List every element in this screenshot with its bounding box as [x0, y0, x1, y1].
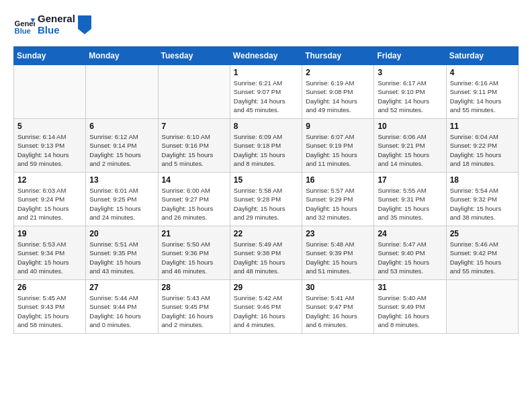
weekday-header-row: SundayMondayTuesdayWednesdayThursdayFrid… — [14, 47, 519, 65]
day-info: Sunrise: 6:03 AM Sunset: 9:24 PM Dayligh… — [17, 186, 82, 222]
day-number: 15 — [234, 175, 298, 185]
svg-text:Blue: Blue — [15, 26, 31, 34]
day-info: Sunrise: 5:42 AM Sunset: 9:46 PM Dayligh… — [234, 293, 298, 329]
day-info: Sunrise: 6:19 AM Sunset: 9:08 PM Dayligh… — [306, 79, 370, 114]
day-number: 12 — [17, 175, 82, 185]
calendar-cell — [14, 65, 86, 119]
day-info: Sunrise: 6:10 AM Sunset: 9:16 PM Dayligh… — [162, 132, 226, 168]
day-info: Sunrise: 6:04 AM Sunset: 9:22 PM Dayligh… — [450, 132, 515, 168]
day-info: Sunrise: 6:06 AM Sunset: 9:21 PM Dayligh… — [378, 132, 442, 168]
calendar-cell: 29Sunrise: 5:42 AM Sunset: 9:46 PM Dayli… — [230, 280, 302, 334]
day-info: Sunrise: 5:57 AM Sunset: 9:29 PM Dayligh… — [306, 186, 370, 222]
day-info: Sunrise: 5:50 AM Sunset: 9:36 PM Dayligh… — [162, 240, 226, 275]
day-number: 21 — [162, 229, 226, 238]
day-number: 26 — [17, 283, 82, 292]
calendar-cell: 2Sunrise: 6:19 AM Sunset: 9:08 PM Daylig… — [302, 65, 374, 119]
logo: General Blue General Blue — [13, 13, 91, 36]
day-number: 31 — [378, 283, 442, 292]
calendar-cell: 19Sunrise: 5:53 AM Sunset: 9:34 PM Dayli… — [14, 226, 86, 280]
calendar-cell: 13Sunrise: 6:01 AM Sunset: 9:25 PM Dayli… — [86, 173, 158, 226]
weekday-header: Sunday — [14, 47, 86, 65]
day-info: Sunrise: 5:58 AM Sunset: 9:28 PM Dayligh… — [234, 186, 298, 222]
logo-text: General — [38, 13, 75, 25]
day-number: 27 — [89, 283, 154, 292]
calendar-cell: 3Sunrise: 6:17 AM Sunset: 9:10 PM Daylig… — [374, 65, 446, 119]
calendar-cell: 7Sunrise: 6:10 AM Sunset: 9:16 PM Daylig… — [158, 119, 230, 173]
day-info: Sunrise: 6:09 AM Sunset: 9:18 PM Dayligh… — [234, 132, 298, 168]
weekday-header: Tuesday — [158, 47, 230, 65]
day-number: 7 — [162, 122, 226, 131]
weekday-header: Wednesday — [230, 47, 302, 65]
day-info: Sunrise: 5:44 AM Sunset: 9:44 PM Dayligh… — [89, 293, 154, 329]
logo-chevron-icon — [78, 15, 91, 34]
day-info: Sunrise: 5:51 AM Sunset: 9:35 PM Dayligh… — [89, 240, 154, 275]
calendar-cell: 8Sunrise: 6:09 AM Sunset: 9:18 PM Daylig… — [230, 119, 302, 173]
svg-marker-3 — [78, 15, 91, 34]
calendar-cell: 17Sunrise: 5:55 AM Sunset: 9:31 PM Dayli… — [374, 173, 446, 226]
day-number: 19 — [17, 229, 82, 238]
day-info: Sunrise: 5:41 AM Sunset: 9:47 PM Dayligh… — [306, 293, 370, 329]
day-number: 3 — [378, 68, 442, 77]
page-header: General Blue General Blue — [13, 13, 519, 36]
calendar-cell: 20Sunrise: 5:51 AM Sunset: 9:35 PM Dayli… — [86, 226, 158, 280]
calendar-cell: 27Sunrise: 5:44 AM Sunset: 9:44 PM Dayli… — [86, 280, 158, 334]
day-info: Sunrise: 6:00 AM Sunset: 9:27 PM Dayligh… — [162, 186, 226, 222]
day-number: 29 — [234, 283, 298, 292]
calendar-cell: 18Sunrise: 5:54 AM Sunset: 9:32 PM Dayli… — [446, 173, 518, 226]
weekday-header: Saturday — [446, 47, 518, 65]
day-info: Sunrise: 6:12 AM Sunset: 9:14 PM Dayligh… — [89, 132, 154, 168]
day-info: Sunrise: 5:49 AM Sunset: 9:38 PM Dayligh… — [234, 240, 298, 275]
day-info: Sunrise: 6:14 AM Sunset: 9:13 PM Dayligh… — [17, 132, 82, 168]
day-number: 18 — [450, 175, 515, 185]
day-number: 16 — [306, 175, 370, 185]
calendar-cell: 30Sunrise: 5:41 AM Sunset: 9:47 PM Dayli… — [302, 280, 374, 334]
calendar-week-row: 19Sunrise: 5:53 AM Sunset: 9:34 PM Dayli… — [14, 226, 519, 280]
day-info: Sunrise: 5:53 AM Sunset: 9:34 PM Dayligh… — [17, 240, 82, 275]
calendar-cell — [86, 65, 158, 119]
day-info: Sunrise: 5:54 AM Sunset: 9:32 PM Dayligh… — [450, 186, 515, 222]
day-number: 13 — [89, 175, 154, 185]
calendar-cell: 16Sunrise: 5:57 AM Sunset: 9:29 PM Dayli… — [302, 173, 374, 226]
weekday-header: Friday — [374, 47, 446, 65]
calendar-cell: 6Sunrise: 6:12 AM Sunset: 9:14 PM Daylig… — [86, 119, 158, 173]
calendar-cell: 15Sunrise: 5:58 AM Sunset: 9:28 PM Dayli… — [230, 173, 302, 226]
day-number: 14 — [162, 175, 226, 185]
day-info: Sunrise: 6:16 AM Sunset: 9:11 PM Dayligh… — [450, 79, 515, 114]
day-info: Sunrise: 6:07 AM Sunset: 9:19 PM Dayligh… — [306, 132, 370, 168]
calendar-cell: 21Sunrise: 5:50 AM Sunset: 9:36 PM Dayli… — [158, 226, 230, 280]
day-number: 4 — [450, 68, 515, 77]
calendar-cell: 4Sunrise: 6:16 AM Sunset: 9:11 PM Daylig… — [446, 65, 518, 119]
calendar-body: 1Sunrise: 6:21 AM Sunset: 9:07 PM Daylig… — [14, 65, 519, 334]
day-info: Sunrise: 5:48 AM Sunset: 9:39 PM Dayligh… — [306, 240, 370, 275]
logo-icon: General Blue — [13, 14, 35, 36]
calendar-cell: 9Sunrise: 6:07 AM Sunset: 9:19 PM Daylig… — [302, 119, 374, 173]
calendar-week-row: 12Sunrise: 6:03 AM Sunset: 9:24 PM Dayli… — [14, 173, 519, 226]
day-number: 6 — [89, 122, 154, 131]
calendar-cell: 12Sunrise: 6:03 AM Sunset: 9:24 PM Dayli… — [14, 173, 86, 226]
calendar-table: SundayMondayTuesdayWednesdayThursdayFrid… — [13, 46, 519, 334]
day-number: 2 — [306, 68, 370, 77]
day-info: Sunrise: 5:46 AM Sunset: 9:42 PM Dayligh… — [450, 240, 515, 275]
calendar-cell: 11Sunrise: 6:04 AM Sunset: 9:22 PM Dayli… — [446, 119, 518, 173]
day-info: Sunrise: 5:55 AM Sunset: 9:31 PM Dayligh… — [378, 186, 442, 222]
day-info: Sunrise: 5:40 AM Sunset: 9:49 PM Dayligh… — [378, 293, 442, 329]
day-number: 28 — [162, 283, 226, 292]
day-number: 20 — [89, 229, 154, 238]
day-info: Sunrise: 5:47 AM Sunset: 9:40 PM Dayligh… — [378, 240, 442, 275]
calendar-cell: 22Sunrise: 5:49 AM Sunset: 9:38 PM Dayli… — [230, 226, 302, 280]
calendar-week-row: 1Sunrise: 6:21 AM Sunset: 9:07 PM Daylig… — [14, 65, 519, 119]
calendar-cell: 31Sunrise: 5:40 AM Sunset: 9:49 PM Dayli… — [374, 280, 446, 334]
day-number: 5 — [17, 122, 82, 131]
calendar-cell: 25Sunrise: 5:46 AM Sunset: 9:42 PM Dayli… — [446, 226, 518, 280]
day-number: 11 — [450, 122, 515, 131]
calendar-cell: 23Sunrise: 5:48 AM Sunset: 9:39 PM Dayli… — [302, 226, 374, 280]
calendar-week-row: 5Sunrise: 6:14 AM Sunset: 9:13 PM Daylig… — [14, 119, 519, 173]
day-info: Sunrise: 6:21 AM Sunset: 9:07 PM Dayligh… — [234, 79, 298, 114]
day-number: 22 — [234, 229, 298, 238]
day-info: Sunrise: 5:43 AM Sunset: 9:45 PM Dayligh… — [162, 293, 226, 329]
day-number: 25 — [450, 229, 515, 238]
weekday-header: Monday — [86, 47, 158, 65]
day-number: 23 — [306, 229, 370, 238]
calendar-cell: 24Sunrise: 5:47 AM Sunset: 9:40 PM Dayli… — [374, 226, 446, 280]
calendar-week-row: 26Sunrise: 5:45 AM Sunset: 9:43 PM Dayli… — [14, 280, 519, 334]
